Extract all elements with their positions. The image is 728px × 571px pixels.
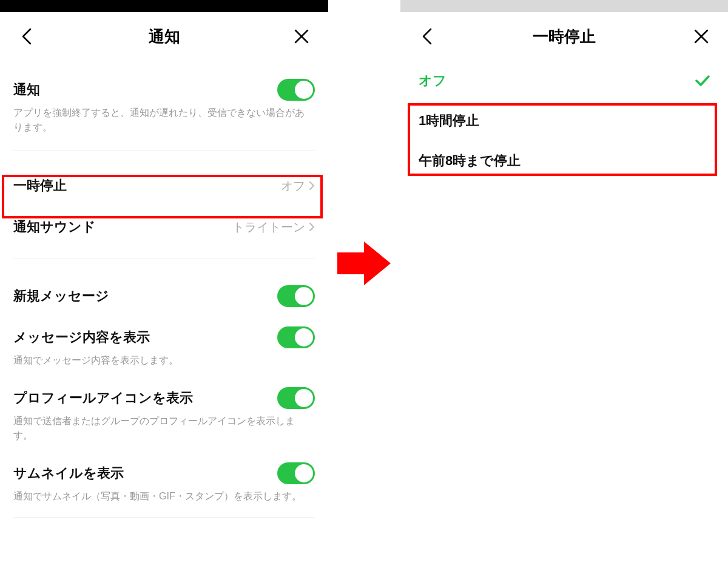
message-content-label: メッセージ内容を表示 [13, 328, 150, 346]
separator [13, 150, 315, 151]
svg-marker-2 [337, 242, 391, 285]
new-message-label: 新規メッセージ [13, 287, 109, 305]
back-icon[interactable] [17, 27, 36, 46]
sound-value: トライトーン [232, 219, 315, 235]
profile-icon-description: 通知で送信者またはグループのプロフィールアイコンを表示します。 [13, 414, 315, 443]
option-off[interactable]: オフ [400, 61, 728, 101]
pause-value: オフ [281, 178, 315, 194]
header: 通知 [0, 12, 328, 61]
tutorial-canvas: 通知 通知 アプリを強制終了すると、通知が遅れたり、受信できない場合があります。… [0, 0, 728, 571]
profile-icon-row: プロフィールアイコンを表示 通知で送信者またはグループのプロフィールアイコンを表… [0, 377, 328, 453]
page-title: 一時停止 [533, 26, 596, 47]
option-8am[interactable]: 午前8時まで停止 [400, 141, 728, 181]
new-message-toggle[interactable] [277, 285, 315, 307]
separator [13, 258, 315, 258]
pause-options-screen: 一時停止 オフ 1時間停止 午前8時まで停止 [400, 0, 728, 571]
page-title: 通知 [149, 26, 180, 47]
option-8am-label: 午前8時まで停止 [419, 152, 521, 170]
back-icon[interactable] [417, 27, 437, 46]
arrow-icon [337, 239, 392, 288]
status-bar [0, 0, 328, 12]
pause-row[interactable]: 一時停止 オフ [0, 163, 328, 208]
profile-icon-toggle[interactable] [277, 387, 315, 409]
option-1hour[interactable]: 1時間停止 [400, 101, 728, 141]
close-icon[interactable] [692, 27, 711, 46]
thumbnail-row: サムネイルを表示 通知でサムネイル（写真・動画・GIF・スタンプ）を表示します。 [0, 453, 328, 513]
notifications-label: 通知 [13, 81, 40, 99]
status-bar [400, 0, 728, 12]
separator [13, 517, 315, 518]
notifications-description: アプリを強制終了すると、通知が遅れたり、受信できない場合があります。 [13, 106, 315, 135]
sound-row[interactable]: 通知サウンド トライトーン [0, 208, 328, 246]
message-content-description: 通知でメッセージ内容を表示します。 [13, 353, 315, 368]
profile-icon-label: プロフィールアイコンを表示 [13, 389, 193, 407]
chevron-right-icon [309, 222, 315, 232]
close-icon[interactable] [292, 27, 311, 46]
option-off-label: オフ [419, 72, 447, 90]
new-message-row: 新規メッセージ [0, 275, 328, 317]
message-content-row: メッセージ内容を表示 通知でメッセージ内容を表示します。 [0, 317, 328, 377]
pause-label: 一時停止 [13, 177, 67, 195]
option-1hour-label: 1時間停止 [419, 112, 479, 130]
notifications-toggle[interactable] [277, 79, 315, 101]
chevron-right-icon [309, 181, 315, 191]
thumbnail-description: 通知でサムネイル（写真・動画・GIF・スタンプ）を表示します。 [13, 489, 315, 504]
notifications-settings-screen: 通知 通知 アプリを強制終了すると、通知が遅れたり、受信できない場合があります。… [0, 0, 328, 571]
thumbnail-label: サムネイルを表示 [13, 464, 124, 482]
header: 一時停止 [400, 12, 728, 61]
notifications-toggle-row: 通知 アプリを強制終了すると、通知が遅れたり、受信できない場合があります。 [0, 61, 328, 144]
thumbnail-toggle[interactable] [277, 462, 315, 484]
sound-label: 通知サウンド [13, 218, 96, 236]
checkmark-icon [695, 75, 710, 87]
message-content-toggle[interactable] [277, 326, 315, 348]
